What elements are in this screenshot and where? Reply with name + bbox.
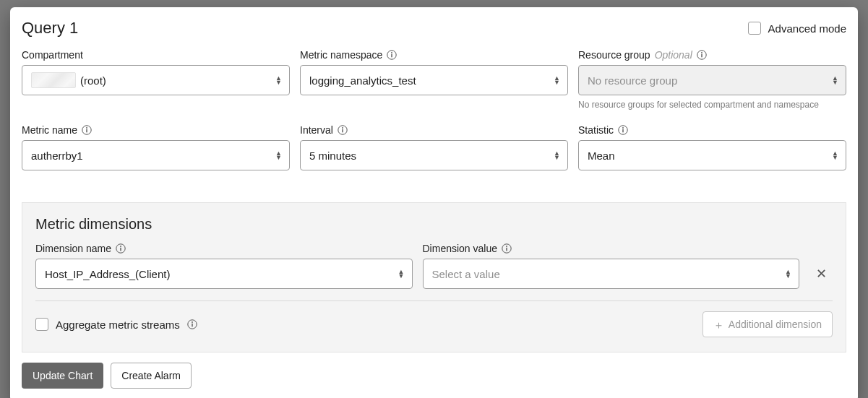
- additional-dimension-label: Additional dimension: [729, 319, 822, 330]
- metric-name-field: Metric name autherrby1 ▲▼: [22, 124, 290, 170]
- select-arrows-icon: ▲▼: [832, 151, 838, 160]
- select-arrows-icon: ▲▼: [554, 151, 560, 160]
- metric-namespace-select[interactable]: logging_analytics_test ▲▼: [300, 65, 568, 95]
- interval-value: 5 minutes: [309, 150, 356, 162]
- action-row: Update Chart Create Alarm: [10, 352, 858, 389]
- select-arrows-icon: ▲▼: [275, 151, 282, 160]
- dimension-value-field: Dimension value Select a value ▲▼: [423, 243, 800, 289]
- select-arrows-icon: ▲▼: [785, 269, 791, 278]
- info-icon[interactable]: [82, 125, 92, 135]
- metric-name-value: autherrby1: [31, 150, 83, 162]
- compartment-value: (root): [80, 74, 106, 87]
- advanced-mode-label: Advanced mode: [768, 22, 846, 35]
- resource-group-hint: No resource groups for selected compartm…: [578, 100, 846, 110]
- additional-dimension-button[interactable]: ＋ Additional dimension: [702, 311, 833, 337]
- metric-namespace-value: logging_analytics_test: [309, 74, 416, 87]
- aggregate-streams-checkbox[interactable]: [35, 318, 48, 331]
- svg-point-7: [86, 127, 87, 129]
- dimension-name-value: Host_IP_Address_(Client): [45, 268, 170, 280]
- update-chart-button[interactable]: Update Chart: [22, 363, 103, 389]
- resource-group-label: Resource group: [578, 49, 650, 61]
- interval-label: Interval: [300, 124, 333, 136]
- advanced-mode-checkbox[interactable]: [748, 22, 761, 35]
- remove-dimension-button[interactable]: ✕: [809, 259, 833, 289]
- svg-point-13: [622, 127, 624, 129]
- svg-point-10: [342, 127, 343, 129]
- compartment-field: Compartment (root) ▲▼: [22, 49, 290, 110]
- svg-point-16: [120, 246, 121, 247]
- svg-rect-2: [392, 54, 392, 58]
- metric-name-select[interactable]: autherrby1 ▲▼: [22, 140, 290, 170]
- close-icon: ✕: [816, 267, 827, 280]
- compartment-select[interactable]: (root) ▲▼: [22, 65, 290, 95]
- advanced-mode-toggle[interactable]: Advanced mode: [748, 22, 846, 35]
- divider: [35, 300, 833, 301]
- svg-rect-14: [622, 129, 623, 133]
- select-arrows-icon: ▲▼: [554, 76, 560, 85]
- select-arrows-icon: ▲▼: [398, 269, 405, 278]
- query-title: Query 1: [22, 19, 78, 38]
- resource-group-placeholder: No resource group: [588, 74, 677, 87]
- statistic-field: Statistic Mean ▲▼: [578, 124, 846, 170]
- info-icon[interactable]: [618, 125, 628, 135]
- select-arrows-icon: ▲▼: [275, 76, 282, 85]
- dimension-name-field: Dimension name Host_IP_Address_(Client) …: [35, 243, 413, 289]
- resource-group-field: Resource group Optional No resource grou…: [578, 49, 846, 110]
- compartment-redacted-icon: [31, 72, 76, 88]
- interval-select[interactable]: 5 minutes ▲▼: [300, 140, 568, 170]
- metric-name-label: Metric name: [22, 124, 77, 136]
- fields-row-2: Metric name autherrby1 ▲▼ Interval 5 min…: [10, 114, 858, 175]
- dimension-row: Dimension name Host_IP_Address_(Client) …: [35, 243, 833, 289]
- svg-point-4: [701, 52, 702, 53]
- svg-rect-5: [701, 54, 702, 58]
- resource-group-optional: Optional: [655, 49, 692, 61]
- statistic-select[interactable]: Mean ▲▼: [578, 140, 846, 170]
- info-icon[interactable]: [338, 125, 348, 135]
- interval-field: Interval 5 minutes ▲▼: [300, 124, 568, 170]
- dimensions-footer: Aggregate metric streams ＋ Additional di…: [35, 311, 833, 337]
- svg-rect-20: [506, 248, 507, 251]
- select-arrows-icon: ▲▼: [832, 76, 838, 85]
- info-icon[interactable]: [116, 243, 126, 254]
- aggregate-streams-toggle[interactable]: Aggregate metric streams: [35, 318, 197, 331]
- svg-point-22: [192, 321, 193, 323]
- info-icon[interactable]: [502, 243, 512, 254]
- header-row: Query 1 Advanced mode: [10, 19, 858, 43]
- svg-point-1: [391, 52, 392, 53]
- info-icon[interactable]: [697, 50, 707, 60]
- query-card: Query 1 Advanced mode Compartment (root)…: [10, 7, 858, 398]
- metric-dimensions-panel: Metric dimensions Dimension name Host_IP…: [22, 202, 846, 352]
- info-icon[interactable]: [187, 319, 197, 329]
- create-alarm-label: Create Alarm: [121, 370, 181, 381]
- info-icon[interactable]: [387, 50, 397, 60]
- statistic-label: Statistic: [578, 124, 614, 136]
- dimension-value-placeholder: Select a value: [432, 268, 500, 280]
- metric-namespace-field: Metric namespace logging_analytics_test …: [300, 49, 568, 110]
- svg-rect-8: [86, 129, 87, 133]
- resource-group-select[interactable]: No resource group ▲▼: [578, 65, 846, 95]
- statistic-value: Mean: [588, 150, 615, 162]
- aggregate-streams-label: Aggregate metric streams: [56, 319, 180, 331]
- svg-point-19: [506, 246, 507, 247]
- svg-rect-23: [192, 324, 192, 327]
- fields-row-1: Compartment (root) ▲▼ Metric namespace l…: [10, 43, 858, 114]
- update-chart-label: Update Chart: [33, 370, 93, 381]
- compartment-label: Compartment: [22, 49, 83, 61]
- svg-rect-17: [120, 248, 121, 251]
- dimension-name-select[interactable]: Host_IP_Address_(Client) ▲▼: [35, 259, 413, 289]
- metric-namespace-label: Metric namespace: [300, 49, 382, 61]
- dimension-value-select[interactable]: Select a value ▲▼: [423, 259, 800, 289]
- plus-icon: ＋: [713, 319, 724, 330]
- dimension-name-label: Dimension name: [35, 243, 111, 254]
- create-alarm-button[interactable]: Create Alarm: [111, 363, 192, 389]
- svg-rect-11: [342, 129, 343, 133]
- dimension-value-label: Dimension value: [423, 243, 498, 254]
- metric-dimensions-title: Metric dimensions: [35, 216, 833, 233]
